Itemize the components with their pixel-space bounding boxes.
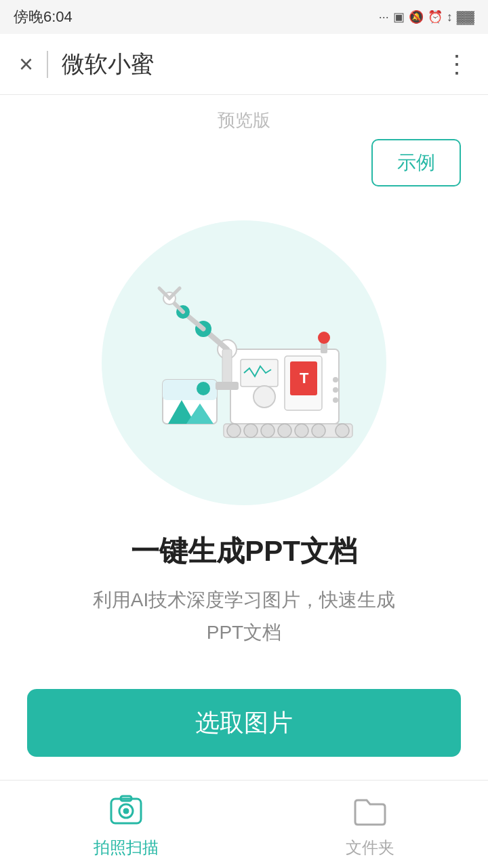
status-bar: 傍晚6:04 ··· ▣ 🔕 ⏰ ↕ ▓▓ (0, 0, 488, 34)
main-content: 预览版 示例 T (0, 95, 488, 780)
svg-point-23 (197, 382, 210, 395)
alarm-icon: ⏰ (428, 9, 443, 24)
svg-text:T: T (300, 370, 309, 387)
more-button[interactable]: ⋮ (445, 52, 469, 77)
example-btn-row: 示例 (27, 139, 461, 186)
status-time: 傍晚6:04 (14, 7, 73, 27)
example-button[interactable]: 示例 (371, 139, 461, 186)
svg-point-5 (253, 386, 275, 408)
svg-rect-33 (222, 349, 232, 383)
svg-point-9 (333, 387, 338, 393)
illustration-container: T (102, 220, 386, 505)
nav-left: × 微软小蜜 (19, 49, 154, 80)
scan-icon (106, 791, 146, 831)
illustration-svg: T (122, 254, 366, 471)
mute-icon: 🔕 (409, 9, 424, 24)
nav-divider (47, 51, 48, 78)
folder-icon (350, 791, 390, 831)
wifi-icon: ▣ (393, 9, 405, 24)
battery-icon: ▓▓ (457, 10, 474, 24)
cta-button[interactable]: 选取图片 (27, 689, 461, 757)
close-button[interactable]: × (19, 52, 33, 77)
svg-point-37 (123, 808, 129, 814)
status-icons: ··· ▣ 🔕 ⏰ ↕ ▓▓ (379, 9, 474, 24)
svg-rect-1 (241, 359, 278, 387)
nav-title: 微软小蜜 (62, 49, 154, 80)
svg-point-18 (336, 424, 349, 437)
svg-point-7 (318, 332, 330, 344)
bottom-nav-folder[interactable]: 文件夹 (346, 791, 394, 859)
scan-label: 拍照扫描 (94, 837, 159, 859)
svg-rect-34 (216, 382, 239, 390)
svg-point-8 (333, 377, 338, 382)
svg-point-12 (227, 424, 241, 437)
svg-point-10 (333, 397, 338, 403)
feature-title: 一键生成PPT文档 (131, 532, 357, 570)
svg-point-15 (278, 424, 291, 437)
nav-bar: × 微软小蜜 ⋮ (0, 34, 488, 95)
folder-label: 文件夹 (346, 837, 394, 859)
feature-desc: 利用AI技术深度学习图片，快速生成PPT文档 (93, 584, 395, 648)
svg-point-14 (261, 424, 274, 437)
bottom-nav: 拍照扫描 文件夹 (0, 780, 488, 868)
signal-icon: ↕ (447, 10, 453, 24)
svg-point-16 (295, 424, 308, 437)
svg-point-17 (312, 424, 325, 437)
bottom-nav-scan[interactable]: 拍照扫描 (94, 791, 159, 859)
network-icon: ··· (379, 10, 389, 24)
preview-label: 预览版 (218, 108, 270, 132)
svg-point-13 (244, 424, 258, 437)
